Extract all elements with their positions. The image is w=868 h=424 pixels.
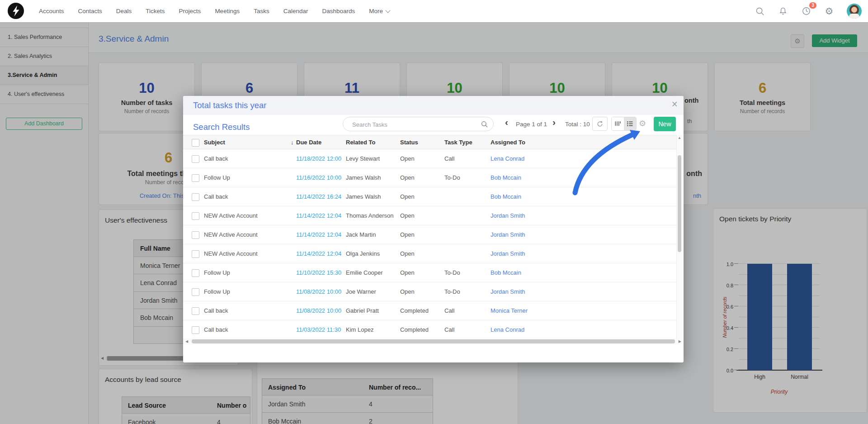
nav-item-meetings[interactable]: Meetings [215, 8, 240, 14]
nav-item-accounts[interactable]: Accounts [39, 8, 64, 14]
task-search-box [343, 117, 494, 131]
row-checkbox[interactable] [192, 212, 199, 220]
nav-item-more[interactable]: More [369, 8, 390, 14]
table-row[interactable]: Follow Up11/16/2022 10:00James WalshOpen… [183, 168, 678, 187]
notifications-bell-icon[interactable] [778, 6, 788, 17]
modal-title: Total tasks this year [193, 100, 266, 110]
cell-assigned[interactable]: Jordan Smith [491, 244, 525, 263]
cell-due: 11/14/2022 12:04 [296, 225, 341, 244]
cell-type: Call [444, 301, 454, 320]
cell-type: Call [444, 320, 454, 339]
row-checkbox[interactable] [192, 288, 199, 296]
cell-subject: Call back [204, 187, 228, 206]
cell-due: 11/08/2022 10:00 [296, 301, 341, 320]
list-view-icon[interactable] [624, 117, 636, 130]
kanban-view-icon[interactable] [612, 117, 624, 130]
table-row[interactable]: Follow Up11/10/2022 15:30Emilie CooperOp… [183, 263, 678, 282]
search-icon[interactable] [755, 6, 765, 17]
table-row[interactable]: Call back11/18/2022 12:00Levy StewartOpe… [183, 149, 678, 168]
scroll-left-icon[interactable]: ◀ [185, 339, 188, 343]
user-avatar[interactable] [847, 4, 862, 19]
cell-assigned[interactable]: Lena Conrad [491, 149, 524, 168]
cell-assigned[interactable]: Jordan Smith [491, 206, 525, 225]
table-row[interactable]: Follow Up11/08/2022 10:00Joe WarnerOpenT… [183, 282, 678, 301]
cell-status: Open [400, 282, 415, 301]
cell-status: Open [400, 187, 415, 206]
cell-subject: NEW Active Account [204, 225, 258, 244]
refresh-button[interactable] [592, 117, 608, 131]
cell-related: Gabriel Pratt [346, 301, 379, 320]
table-row[interactable]: Call back11/03/2022 11:30Kim LopezComple… [183, 320, 678, 339]
application-window: AccountsContactsDealsTicketsProjectsMeet… [0, 0, 868, 424]
notification-count-badge: 3 [809, 2, 816, 9]
scroll-right-icon[interactable]: ▶ [679, 339, 681, 343]
table-row[interactable]: Call back11/14/2022 16:24James WalshOpen… [183, 187, 678, 206]
cell-subject: Call back [204, 301, 228, 320]
cell-status: Open [400, 225, 415, 244]
cell-assigned[interactable]: Jordan Smith [491, 282, 525, 301]
nav-more-label: More [369, 8, 383, 14]
search-icon[interactable] [481, 120, 488, 130]
cell-related: James Walsh [346, 168, 381, 187]
table-row[interactable]: NEW Active Account11/14/2022 12:04Thomas… [183, 206, 678, 225]
row-checkbox[interactable] [192, 193, 199, 201]
scroll-up-icon[interactable]: ▲ [678, 136, 681, 140]
cell-related: Jack Martin [346, 225, 376, 244]
row-checkbox[interactable] [192, 250, 199, 258]
settings-gear-icon[interactable]: ⚙ [824, 6, 835, 17]
close-icon[interactable]: × [672, 98, 678, 110]
page-indicator: Page 1 of 1 [516, 121, 547, 128]
search-input[interactable] [351, 119, 475, 130]
list-settings-gear-icon[interactable]: ⚙ [639, 119, 646, 128]
cell-status: Open [400, 244, 415, 263]
avatar-face [851, 7, 857, 13]
cell-type: Call [444, 149, 454, 168]
column-header-status[interactable]: Status [400, 135, 418, 149]
view-toggle [611, 117, 637, 131]
column-header-assigned[interactable]: Assigned To [491, 135, 525, 149]
cell-assigned[interactable]: Bob Mccain [491, 263, 521, 282]
table-row[interactable]: NEW Active Account11/14/2022 12:04Olga J… [183, 244, 678, 263]
row-checkbox[interactable] [192, 269, 199, 277]
row-checkbox[interactable] [192, 307, 199, 315]
column-header-subject[interactable]: Subject [204, 135, 225, 149]
column-header-related[interactable]: Related To [346, 135, 376, 149]
total-count-label: Total : 10 [565, 121, 590, 128]
column-header-due[interactable]: Due Date [296, 135, 321, 149]
nav-item-contacts[interactable]: Contacts [78, 8, 102, 14]
cell-related: Joe Warner [346, 282, 376, 301]
row-checkbox[interactable] [192, 174, 199, 182]
cell-due: 11/14/2022 12:04 [296, 244, 341, 263]
row-checkbox[interactable] [192, 326, 199, 334]
select-all-checkbox[interactable] [192, 139, 199, 147]
nav-item-projects[interactable]: Projects [179, 8, 201, 14]
page-next-icon[interactable]: › [552, 117, 556, 128]
nav-item-dashboards[interactable]: Dashboards [322, 8, 355, 14]
table-row[interactable]: NEW Active Account11/14/2022 12:04Jack M… [183, 225, 678, 244]
row-checkbox[interactable] [192, 231, 199, 239]
cell-assigned[interactable]: Lena Conrad [491, 320, 524, 339]
app-logo-icon[interactable] [7, 2, 24, 19]
scrollbar-thumb[interactable] [678, 155, 681, 252]
table-horizontal-scrollbar[interactable]: ◀ ▶ [184, 338, 683, 344]
table-row[interactable]: Call back11/08/2022 10:00Gabriel PrattCo… [183, 301, 678, 320]
cell-assigned[interactable]: Bob Mccain [491, 168, 521, 187]
nav-item-tasks[interactable]: Tasks [254, 8, 269, 14]
table-vertical-scrollbar[interactable]: ▲ ▼ [676, 135, 683, 344]
nav-item-tickets[interactable]: Tickets [146, 8, 165, 14]
page-previous-icon[interactable]: ‹ [505, 117, 508, 128]
column-header-type[interactable]: Task Type [444, 135, 472, 149]
history-clock-icon[interactable]: 3 [801, 6, 811, 17]
row-checkbox[interactable] [192, 155, 199, 163]
cell-assigned[interactable]: Monica Terner [491, 301, 528, 320]
new-task-button[interactable]: New [654, 117, 676, 131]
scrollbar-thumb[interactable] [192, 339, 675, 343]
cell-related: Thomas Anderson [346, 206, 394, 225]
cell-subject: NEW Active Account [204, 244, 258, 263]
cell-assigned[interactable]: Jordan Smith [491, 225, 525, 244]
nav-item-deals[interactable]: Deals [116, 8, 132, 14]
nav-item-calendar[interactable]: Calendar [283, 8, 308, 14]
cell-type: To-Do [444, 263, 460, 282]
cell-subject: NEW Active Account [204, 206, 258, 225]
cell-assigned[interactable]: Bob Mccain [491, 187, 521, 206]
